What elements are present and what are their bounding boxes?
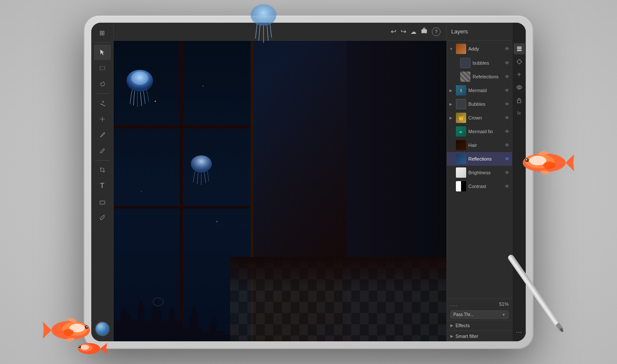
panel-icon-add-layer[interactable]: + bbox=[514, 69, 525, 80]
panel-icon-more[interactable]: ⋯ bbox=[514, 327, 525, 338]
layer-eye-refelections[interactable]: 👁 bbox=[505, 74, 509, 79]
layer-item-bubbles[interactable]: bubbles 👁 bbox=[447, 56, 512, 70]
eraser-tool[interactable] bbox=[94, 143, 111, 158]
layer-name-reflections: Reflections bbox=[468, 156, 505, 161]
layer-eye-crown[interactable]: 👁 bbox=[505, 115, 509, 120]
fish-decoration-left-small bbox=[73, 337, 107, 362]
layer-thumb-contrast bbox=[456, 181, 466, 191]
layer-eye-reflections[interactable]: 👁 bbox=[505, 156, 509, 161]
layer-thumb-mermaid: 🧜 bbox=[456, 85, 466, 95]
layer-eye-mermaid[interactable]: 👁 bbox=[505, 88, 509, 93]
layer-item-mermaidfin[interactable]: 🐟 Mermaid fin 👁 bbox=[447, 125, 512, 138]
layer-name-bubbles: bubbles bbox=[473, 60, 505, 66]
expand-arrow: ▼ bbox=[449, 47, 454, 51]
layer-thumb-bubbles-group bbox=[456, 99, 466, 109]
effects-arrow-icon: ▶ bbox=[450, 323, 453, 328]
layer-name-refelections: Refelections bbox=[473, 74, 505, 79]
help-button[interactable]: ? bbox=[432, 27, 440, 36]
layer-eye-mermaidfin[interactable]: 👁 bbox=[505, 129, 509, 134]
eyedropper-tool[interactable] bbox=[94, 210, 111, 225]
floor-checkerboard bbox=[230, 257, 446, 341]
more-options-button[interactable]: ... bbox=[450, 301, 458, 307]
svg-point-3 bbox=[63, 329, 74, 336]
layers-list[interactable]: ▼ Addy 👁 bubbles 👁 bbox=[447, 41, 512, 298]
zoom-display: 51% bbox=[499, 301, 509, 307]
panel-icon-visibility[interactable] bbox=[514, 82, 525, 93]
svg-rect-35 bbox=[517, 47, 521, 48]
lasso-tool[interactable] bbox=[94, 76, 111, 92]
layer-thumb-crown: 👑 bbox=[456, 113, 466, 123]
cloud-button[interactable]: ☁ bbox=[410, 28, 416, 35]
svg-point-39 bbox=[518, 87, 520, 88]
svg-point-8 bbox=[81, 345, 89, 350]
panel-icon-lock[interactable] bbox=[514, 95, 525, 106]
svg-point-27 bbox=[191, 155, 212, 172]
svg-point-26 bbox=[131, 72, 148, 85]
shape-tool[interactable] bbox=[94, 194, 111, 209]
layer-thumb-reflections bbox=[460, 72, 470, 82]
layer-thumb-hair bbox=[456, 140, 466, 150]
undo-button[interactable]: ↩ bbox=[391, 27, 396, 36]
layer-item-hair[interactable]: Hair 👁 bbox=[447, 138, 512, 152]
svg-point-5 bbox=[87, 326, 88, 328]
layer-name-addy: Addy bbox=[468, 46, 505, 51]
svg-point-9 bbox=[78, 346, 81, 348]
svg-point-38 bbox=[517, 60, 521, 64]
layer-item-contrast[interactable]: Contrast 👁 bbox=[447, 179, 512, 193]
layer-eye-hair[interactable]: 👁 bbox=[505, 143, 509, 148]
svg-point-15 bbox=[543, 161, 555, 169]
toolbar-left: ⊞ bbox=[91, 23, 114, 341]
crop-tool[interactable] bbox=[94, 162, 111, 178]
layer-thumb-addy bbox=[456, 44, 466, 54]
layer-item-mermaid[interactable]: ▶ 🧜 Mermaid 👁 bbox=[447, 84, 512, 97]
layer-item-bubbles-group[interactable]: ▶ Bubbles 👁 bbox=[447, 97, 512, 111]
panel-icon-adjustments[interactable] bbox=[514, 56, 525, 67]
layer-item-reflections-active[interactable]: Reflections 👁 bbox=[447, 152, 512, 166]
layer-name-brightness: Brightness bbox=[468, 170, 505, 175]
smart-filter-section-header[interactable]: ▶ Smart filter bbox=[447, 331, 512, 341]
jellyfish-decoration-top bbox=[249, 0, 279, 45]
layer-name-hair: Hair bbox=[468, 143, 505, 148]
layer-item-addy[interactable]: ▼ Addy 👁 bbox=[447, 42, 512, 56]
panel-icon-layers[interactable] bbox=[514, 43, 525, 54]
home-tool[interactable]: ⊞ bbox=[94, 25, 111, 41]
marquee-tool[interactable] bbox=[94, 60, 111, 76]
svg-line-22 bbox=[100, 104, 105, 106]
layer-item-crown[interactable]: ▶ 👑 Crown 👁 bbox=[447, 111, 512, 125]
brush-tool[interactable] bbox=[94, 127, 111, 143]
layers-panel-header: Layers bbox=[447, 23, 512, 41]
layer-item-brightness[interactable]: Brightness 👁 bbox=[447, 166, 512, 179]
layer-eye-bubbles-group[interactable]: 👁 bbox=[505, 101, 509, 107]
jellyfish-in-window-2 bbox=[189, 137, 214, 203]
svg-rect-40 bbox=[517, 100, 521, 103]
layer-eye-bubbles[interactable]: 👁 bbox=[505, 60, 509, 66]
blend-mode-select[interactable]: Pass Thr... ▼ bbox=[450, 310, 509, 319]
layer-thumb-mermaidfin: 🐟 bbox=[456, 126, 466, 137]
redo-button[interactable]: ↪ bbox=[401, 27, 406, 36]
magic-wand-tool[interactable] bbox=[94, 95, 111, 111]
layer-eye-contrast[interactable]: 👁 bbox=[505, 184, 509, 189]
panel-icon-fx[interactable]: fx bbox=[514, 107, 525, 119]
layer-thumb-reflections2 bbox=[456, 154, 466, 164]
share-button[interactable] bbox=[421, 27, 428, 36]
layer-thumb-bubbles bbox=[460, 58, 470, 68]
layer-name-crown: Crown bbox=[468, 115, 505, 120]
svg-rect-37 bbox=[517, 50, 521, 51]
text-tool[interactable]: T bbox=[94, 178, 111, 194]
tool-divider-2 bbox=[95, 93, 110, 94]
layer-eye-brightness[interactable]: 👁 bbox=[505, 170, 509, 175]
heal-tool[interactable] bbox=[94, 111, 111, 127]
smart-filter-label: Smart filter bbox=[455, 334, 478, 339]
ipad-screen: ⊞ bbox=[91, 23, 526, 341]
effects-section-header[interactable]: ▶ Effects bbox=[447, 320, 512, 331]
jellyfish-in-window-1 bbox=[125, 47, 155, 131]
blend-mode-row: Pass Thr... ▼ bbox=[447, 309, 512, 320]
select-tool[interactable] bbox=[94, 45, 111, 60]
canvas-area[interactable] bbox=[114, 41, 446, 341]
svg-point-10 bbox=[79, 346, 80, 347]
tool-divider-3 bbox=[95, 160, 110, 161]
layer-name-bubbles-group: Bubbles bbox=[468, 101, 505, 107]
layer-item-refelections[interactable]: Refelections 👁 bbox=[447, 70, 512, 84]
blend-chevron-icon: ▼ bbox=[502, 313, 506, 317]
layer-eye-addy[interactable]: 👁 bbox=[505, 46, 509, 51]
